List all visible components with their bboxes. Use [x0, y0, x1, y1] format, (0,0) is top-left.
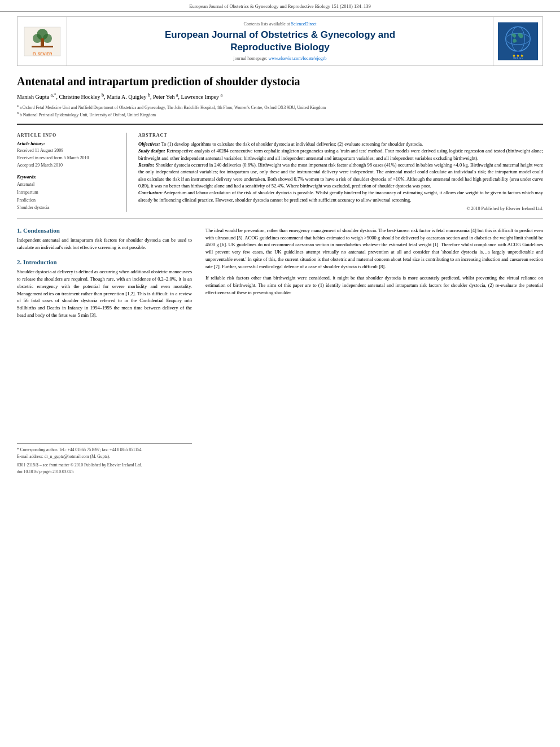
section-condensation: 1. Condensation Independent antenatal an… [17, 227, 192, 251]
history-label: Article history: [17, 141, 119, 146]
article-history: Article history: Received 11 August 2009… [17, 141, 119, 169]
right-para1-text: The ideal would be prevention, rather th… [205, 228, 543, 269]
elsevier-logo-icon: ELSEVIER [23, 26, 62, 57]
keyword-intrapartum: Intrapartum [17, 189, 119, 196]
footnote-email: E-mail address: dr_n_gupta@hotmail.com (… [17, 453, 192, 460]
journal-citation-text: European Journal of Obstetrics & Gynecol… [189, 3, 370, 9]
section-condensation-text: Independent antenatal and intrapartum ri… [17, 237, 192, 251]
sciencedirect-link[interactable]: ScienceDirect [291, 21, 317, 27]
abstract-copyright: © 2010 Published by Elsevier Ireland Ltd… [138, 206, 543, 211]
affiliation-a-text: a Oxford Fetal Medicine Unit and Nuffiel… [20, 104, 326, 110]
results-content: Shoulder dystocia occurred in 240 delive… [138, 162, 543, 189]
keyword-prediction: Prediction [17, 196, 119, 204]
section2-number: 2. [17, 259, 21, 265]
abstract-label: ABSTRACT [138, 133, 543, 138]
article-info-label: ARTICLE INFO [17, 133, 119, 138]
section-introduction-text: Shoulder dystocia at delivery is defined… [17, 268, 192, 318]
abstract-objectives: Objectives: To (1) develop algorithms to… [138, 141, 543, 147]
right-para2-text: If reliable risk factors other than birt… [205, 275, 543, 295]
kw-0: Antenatal [17, 182, 34, 187]
svg-text:Ob & Gyn: Ob & Gyn [513, 56, 523, 59]
affiliation-a: a a Oxford Fetal Medicine Unit and Nuffi… [17, 103, 543, 111]
main-content-area: Antenatal and intrapartum prediction of … [0, 75, 560, 475]
keyword-antenatal: Antenatal [17, 181, 119, 189]
affiliations: a a Oxford Fetal Medicine Unit and Nuffi… [17, 103, 543, 119]
journal-header-block: ELSEVIER Contents lists available at Sci… [17, 16, 543, 66]
elsevier-logo-area: ELSEVIER [18, 17, 67, 65]
journal-cover-area: ★★★ Ob & Gyn [493, 17, 542, 65]
history-received: Received 11 August 2009 [17, 147, 119, 155]
keyword-shoulder-dystocia: Shoulder dystocia [17, 204, 119, 212]
section-condensation-heading: 1. Condensation [17, 227, 192, 234]
history-item-2: Accepted 29 March 2010 [17, 163, 63, 168]
abstract-text: Objectives: To (1) develop algorithms to… [138, 141, 543, 203]
abstract-study-design: Study design: Retrospective analysis of … [138, 147, 543, 161]
svg-rect-4 [41, 38, 44, 47]
section-introduction-heading: 2. Introduction [17, 259, 192, 265]
article-title-section: Antenatal and intrapartum prediction of … [17, 75, 543, 125]
section-introduction: 2. Introduction Shoulder dystocia at del… [17, 259, 192, 318]
svg-rect-5 [32, 46, 53, 47]
affiliation-b-text: b National Perinatal Epidemiology Unit, … [20, 112, 156, 117]
footnote-corresponding: * Corresponding author. Tel.: +44 01865 … [17, 447, 192, 453]
body-left-col: 1. Condensation Independent antenatal an… [17, 227, 192, 475]
authors-line: Manish Gupta a,*, Christine Hockley b, M… [17, 93, 543, 100]
intro-para1: Shoulder dystocia at delivery is defined… [17, 269, 192, 318]
footnote-issn: 0301-2115/$ – see front matter © 2010 Pu… [17, 462, 192, 469]
history-accepted: Accepted 29 March 2010 [17, 162, 119, 169]
journal-title-line1: European Journal of Obstetrics & Gynecol… [165, 29, 395, 41]
journal-title: European Journal of Obstetrics & Gynecol… [165, 29, 395, 54]
abstract-conclusion: Conclusion: Antepartum and labour calcul… [138, 189, 543, 203]
article-info-abstract-area: ARTICLE INFO Article history: Received 1… [17, 129, 543, 212]
right-para2: If reliable risk factors other than birt… [205, 274, 543, 296]
journal-citation-header: European Journal of Obstetrics & Gynecol… [0, 0, 560, 12]
objectives-content: To (1) develop algorithms to calculate t… [161, 141, 423, 147]
keywords-section: Keywords: Antenatal Intrapartum Predicti… [17, 174, 119, 211]
svg-point-3 [43, 34, 52, 43]
study-design-content: Retrospective analysis of 40284 consecut… [138, 148, 543, 160]
section2-title: Introduction [23, 259, 57, 265]
homepage-url[interactable]: www.elsevier.com/locate/ejogrb [268, 56, 326, 61]
footnotes-area: * Corresponding author. Tel.: +44 01865 … [17, 443, 192, 475]
abstract-results: Results: Shoulder dystocia occurred in 2… [138, 161, 543, 189]
right-col-text: The ideal would be prevention, rather th… [205, 227, 543, 296]
homepage-prefix-text: journal homepage: [234, 56, 268, 61]
affiliation-b: b b National Perinatal Epidemiology Unit… [17, 110, 543, 118]
footnote-doi: doi:10.1016/j.ejogrb.2010.03.025 [17, 469, 192, 475]
body-text-area: 1. Condensation Independent antenatal an… [17, 227, 543, 475]
journal-header-inner: ELSEVIER Contents lists available at Sci… [18, 17, 542, 65]
journal-title-line2: Reproductive Biology [165, 41, 395, 54]
svg-point-2 [33, 34, 42, 43]
separator-line [17, 219, 543, 219]
contents-available-line: Contents lists available at ScienceDirec… [244, 21, 317, 27]
kw-1: Intrapartum [17, 190, 38, 195]
page: European Journal of Obstetrics & Gynecol… [0, 0, 560, 747]
contents-text: Contents lists available at [244, 21, 290, 27]
svg-text:ELSEVIER: ELSEVIER [32, 52, 52, 56]
article-info-col: ARTICLE INFO Article history: Received 1… [17, 133, 127, 212]
journal-title-area: Contents lists available at ScienceDirec… [67, 17, 493, 65]
history-item-0: Received 11 August 2009 [17, 148, 63, 153]
section1-number: 1. [17, 227, 21, 234]
history-revised: Received in revised form 5 March 2010 [17, 155, 119, 162]
history-item-1: Received in revised form 5 March 2010 [17, 155, 89, 160]
journal-homepage-line: journal homepage: www.elsevier.com/locat… [234, 56, 327, 61]
body-right-col: The ideal would be prevention, rather th… [205, 227, 543, 475]
article-title: Antenatal and intrapartum prediction of … [17, 75, 543, 88]
journal-cover-image: ★★★ Ob & Gyn [498, 22, 538, 60]
keywords-label: Keywords: [17, 174, 119, 180]
conclusion-content: Antepartum and labour calculation of the… [138, 190, 543, 202]
kw-2: Prediction [17, 198, 36, 203]
abstract-col: ABSTRACT Objectives: To (1) develop algo… [138, 133, 543, 212]
section1-title: Condensation [23, 227, 60, 234]
kw-3: Shoulder dystocia [17, 205, 50, 210]
right-para1: The ideal would be prevention, rather th… [205, 227, 543, 270]
